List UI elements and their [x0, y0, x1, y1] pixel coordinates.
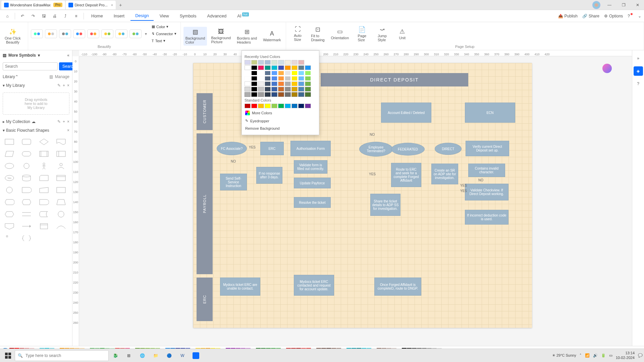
shape-cylinder[interactable]: [20, 173, 33, 183]
swatch[interactable]: [251, 76, 257, 81]
swatch[interactable]: [265, 76, 271, 81]
maximize-button[interactable]: ❐: [619, 0, 629, 10]
jump-style-button[interactable]: ⤻Jump Style: [373, 24, 391, 43]
shape-stored[interactable]: [37, 209, 51, 219]
shape-yes[interactable]: Yes: [3, 173, 16, 183]
box-create-sr[interactable]: Create an SR on ADP site for investigati…: [431, 164, 458, 184]
print-button[interactable]: 🖨: [50, 11, 59, 21]
swatch[interactable]: [285, 76, 291, 81]
swatch[interactable]: [258, 92, 264, 97]
oval-federated[interactable]: FEDERATED: [391, 143, 425, 156]
swatch[interactable]: [251, 65, 257, 70]
shape-user[interactable]: [54, 161, 68, 171]
swatch[interactable]: [285, 71, 291, 75]
menu-design[interactable]: Design: [130, 11, 153, 21]
theme-swatch-7[interactable]: [115, 29, 127, 38]
taskbar-chrome[interactable]: 🔵: [162, 349, 176, 362]
shape-diamond[interactable]: [37, 137, 51, 147]
col-close-icon[interactable]: ×: [67, 119, 69, 124]
swatch[interactable]: [271, 71, 277, 75]
swatch[interactable]: [291, 92, 298, 97]
box-erc[interactable]: ERC: [260, 142, 284, 155]
menu-view[interactable]: View: [155, 11, 174, 20]
swatch[interactable]: [271, 60, 277, 65]
swatch[interactable]: [285, 92, 291, 97]
shape-delay[interactable]: [37, 197, 51, 207]
shape-trap[interactable]: [54, 197, 68, 207]
lane-payroll[interactable]: PAYROLL: [197, 133, 213, 274]
col-edit-icon[interactable]: ✎: [57, 119, 61, 124]
box-account-edited[interactable]: Account Edited / Deleted: [381, 103, 431, 123]
swatch[interactable]: [265, 104, 271, 108]
swatch[interactable]: [271, 87, 277, 92]
swatch[interactable]: [245, 104, 251, 108]
swatch[interactable]: [285, 81, 291, 86]
shape-loop[interactable]: [20, 197, 33, 207]
shape-rect[interactable]: [3, 137, 16, 147]
taskbar-explorer[interactable]: 📁: [149, 349, 162, 362]
taskbar-word[interactable]: W: [176, 349, 189, 362]
box-update-payforce[interactable]: Update Payforce: [294, 178, 331, 188]
swatch[interactable]: [265, 81, 271, 86]
swatch[interactable]: [245, 65, 251, 70]
shape-hex[interactable]: [3, 209, 16, 219]
oval-direct[interactable]: DIRECT: [435, 143, 462, 155]
eyedropper-item[interactable]: ✎Eyedropper: [245, 117, 316, 125]
swatch[interactable]: [251, 87, 257, 92]
swatch[interactable]: [278, 76, 284, 81]
swatch[interactable]: [258, 104, 264, 108]
shape-parallelogram[interactable]: [3, 149, 16, 159]
box-verify[interactable]: Verify current Direct Deposit set up.: [466, 141, 509, 156]
lib-add-icon[interactable]: +: [63, 83, 65, 88]
menu-symbols[interactable]: Symbols: [175, 11, 201, 20]
box-mydocs2[interactable]: Mydocs ticket ERC contacted and request …: [294, 275, 334, 296]
swatch[interactable]: [285, 65, 291, 70]
more-colors-item[interactable]: More Colors: [245, 109, 316, 117]
section-close-icon[interactable]: ×: [67, 128, 69, 133]
swatch[interactable]: [245, 71, 251, 75]
box-validate-checkview[interactable]: Validate Checkview. If Direct Deposit wo…: [465, 184, 508, 200]
swatch[interactable]: [278, 60, 284, 65]
swatch[interactable]: [291, 60, 298, 65]
shape-internal[interactable]: [54, 149, 68, 159]
library-row[interactable]: Library ⌃ ▥ Manage: [0, 72, 72, 81]
shape-actor[interactable]: [37, 161, 51, 171]
remove-background-item[interactable]: Remove Background: [245, 125, 316, 132]
export-button[interactable]: ⤴: [61, 11, 70, 21]
shape-note[interactable]: [37, 221, 51, 231]
swatch[interactable]: [291, 71, 298, 75]
shape-stadium[interactable]: [20, 149, 33, 159]
tray-battery-icon[interactable]: 🔋: [601, 353, 606, 358]
swatch[interactable]: [258, 76, 264, 81]
my-library-section[interactable]: ▾ My Library ✎ + ×: [0, 81, 72, 90]
tray-lang[interactable]: ▭: [609, 353, 612, 358]
theme-swatch-2[interactable]: [45, 29, 57, 38]
shape-tape[interactable]: [54, 173, 68, 183]
box-share-ticket[interactable]: Share the ticket details to ADP SS for i…: [370, 194, 400, 216]
shape-offpage[interactable]: [3, 221, 16, 231]
theme-more[interactable]: ▾: [144, 32, 148, 36]
theme-swatch-8[interactable]: [129, 29, 142, 38]
fit-drawing-button[interactable]: ⊡Fit to Drawing: [309, 24, 327, 43]
swatch[interactable]: [265, 92, 271, 97]
close-button[interactable]: ✕: [633, 0, 643, 10]
taskbar-taskview[interactable]: ⊞: [122, 349, 136, 362]
my-collection-section[interactable]: ▸ My Collection ☁ ✎ + ×: [0, 117, 72, 126]
canvas-area[interactable]: -110-100-90-80-70-60-50-40-30-20-1001020…: [72, 50, 632, 346]
swatch[interactable]: [278, 65, 284, 70]
document-tab[interactable]: Direct Deposit Pro... ×: [66, 1, 116, 9]
swatch[interactable]: [258, 71, 264, 75]
collapse-panel-icon[interactable]: «: [67, 53, 69, 58]
swatch[interactable]: [245, 81, 251, 86]
swatch[interactable]: [285, 104, 291, 108]
swatch[interactable]: [265, 71, 271, 75]
lane-erc[interactable]: ERC: [197, 278, 213, 321]
notifications-button[interactable]: 💬: [638, 353, 643, 358]
weather-widget[interactable]: ☀ 29°C Sunny: [552, 353, 576, 358]
shape-parallel[interactable]: [20, 209, 33, 219]
share-button[interactable]: 🔗 Share: [582, 14, 599, 18]
swatch[interactable]: [291, 87, 298, 92]
auto-size-button[interactable]: ⛶Auto Size: [289, 24, 307, 43]
swatch[interactable]: [271, 104, 277, 108]
swatch[interactable]: [251, 60, 257, 65]
